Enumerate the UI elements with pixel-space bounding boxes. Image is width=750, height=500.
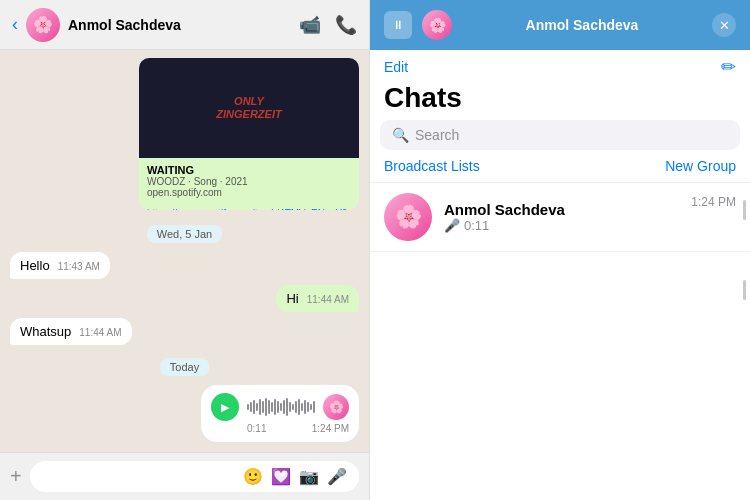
message-row: Hi 11:44 AM: [286, 291, 349, 306]
back-icon[interactable]: ‹: [12, 14, 18, 35]
chat-list-avatar: 🌸: [384, 193, 432, 241]
header-actions: 📹 📞: [299, 14, 357, 36]
message-bubble: Whatsup 11:44 AM: [10, 318, 132, 345]
chats-list-panel: ⏸ 🌸 Anmol Sachdeva ✕ Edit ✏ Chats 🔍 Sear…: [370, 0, 750, 500]
spotify-link-display: open.spotify.com: [147, 187, 351, 198]
spotify-info: WAITING WOODZ · Song · 2021 open.spotify…: [139, 158, 359, 204]
pause-button[interactable]: ⏸: [384, 11, 412, 39]
spotify-song-meta: WOODZ · Song · 2021: [147, 176, 351, 187]
close-button[interactable]: ✕: [712, 13, 736, 37]
preview-icon: 🎤: [444, 218, 460, 233]
message-text: Hello: [20, 258, 50, 273]
play-button[interactable]: ▶: [211, 393, 239, 421]
audio-meta: 0:11 1:24 PM: [211, 423, 349, 434]
chat-text-input-wrapper: 🙂 💟 📷 🎤: [30, 461, 359, 492]
chats-edit-row: Edit ✏: [370, 50, 750, 82]
preview-text: 0:11: [464, 218, 489, 233]
contact-avatar-small: 🌸: [26, 8, 60, 42]
contact-name-left: Anmol Sachdeva: [68, 17, 291, 33]
sticker-icon[interactable]: 💟: [271, 467, 291, 486]
message-time: 11:44 AM: [79, 327, 121, 338]
header-avatar-right: 🌸: [422, 10, 452, 40]
mic-icon[interactable]: 🎤: [327, 467, 347, 486]
search-icon: 🔍: [392, 127, 409, 143]
spotify-cover-text: ONLYZINGERZEIT: [216, 95, 281, 121]
chat-list-info: Anmol Sachdeva 🎤 0:11: [444, 201, 679, 233]
chat-list-name: Anmol Sachdeva: [444, 201, 679, 218]
chat-header: ‹ 🌸 Anmol Sachdeva 📹 📞: [0, 0, 369, 50]
chat-text-input[interactable]: [42, 469, 235, 485]
compose-button[interactable]: ✏: [721, 56, 736, 78]
phone-call-icon[interactable]: 📞: [335, 14, 357, 36]
message-row: Whatsup 11:44 AM: [20, 324, 122, 339]
scroll-indicators: [743, 200, 746, 300]
waveform: [247, 398, 315, 416]
action-row: Broadcast Lists New Group: [370, 158, 750, 183]
chat-list-preview: 🎤 0:11: [444, 218, 679, 233]
spotify-message: ONLYZINGERZEIT WAITING WOODZ · Song · 20…: [139, 58, 359, 210]
message-row: Hello 11:43 AM: [20, 258, 100, 273]
message-time: 11:43 AM: [58, 261, 100, 272]
scroll-line-bottom: [743, 280, 746, 300]
spotify-song-title: WAITING: [147, 164, 351, 176]
chats-title: Chats: [370, 82, 750, 120]
search-placeholder-text: Search: [415, 127, 459, 143]
camera-icon[interactable]: 📷: [299, 467, 319, 486]
spotify-url[interactable]: https://open.spotify.com/track/4TMVuENex…: [139, 204, 359, 210]
message-bubble: Hi 11:44 AM: [276, 285, 359, 312]
message-text: Whatsup: [20, 324, 71, 339]
chat-input-bar: + 🙂 💟 📷 🎤: [0, 452, 369, 500]
close-icon: ✕: [719, 18, 730, 33]
edit-button[interactable]: Edit: [384, 59, 408, 75]
spotify-cover: ONLYZINGERZEIT: [139, 58, 359, 158]
chat-panel: ‹ 🌸 Anmol Sachdeva 📹 📞 ONLYZINGERZEIT WA…: [0, 0, 370, 500]
header-contact-name-right: Anmol Sachdeva: [462, 17, 702, 33]
input-icons: 🙂 💟 📷 🎤: [243, 467, 347, 486]
broadcast-lists-button[interactable]: Broadcast Lists: [384, 158, 480, 174]
audio-sender-avatar: 🌸: [323, 394, 349, 420]
chats-list-header-bar: ⏸ 🌸 Anmol Sachdeva ✕: [370, 0, 750, 50]
scroll-line-top: [743, 200, 746, 220]
new-group-button[interactable]: New Group: [665, 158, 736, 174]
pause-icon: ⏸: [392, 18, 404, 32]
chat-list-time: 1:24 PM: [691, 195, 736, 209]
audio-duration: 0:11: [247, 423, 266, 434]
chat-messages-area: ONLYZINGERZEIT WAITING WOODZ · Song · 20…: [0, 50, 369, 452]
message-text: Hi: [286, 291, 298, 306]
audio-message: ▶: [201, 385, 359, 442]
audio-time: 1:24 PM: [312, 423, 349, 434]
video-call-icon[interactable]: 📹: [299, 14, 321, 36]
today-separator: Today: [10, 357, 359, 375]
add-icon[interactable]: +: [10, 465, 22, 488]
message-time: 11:44 AM: [307, 294, 349, 305]
date-separator: Wed, 5 Jan: [10, 224, 359, 242]
emoji-icon[interactable]: 🙂: [243, 467, 263, 486]
message-bubble: Hello 11:43 AM: [10, 252, 110, 279]
search-bar[interactable]: 🔍 Search: [380, 120, 740, 150]
chat-list-item[interactable]: 🌸 Anmol Sachdeva 🎤 0:11 1:24 PM: [370, 183, 750, 252]
